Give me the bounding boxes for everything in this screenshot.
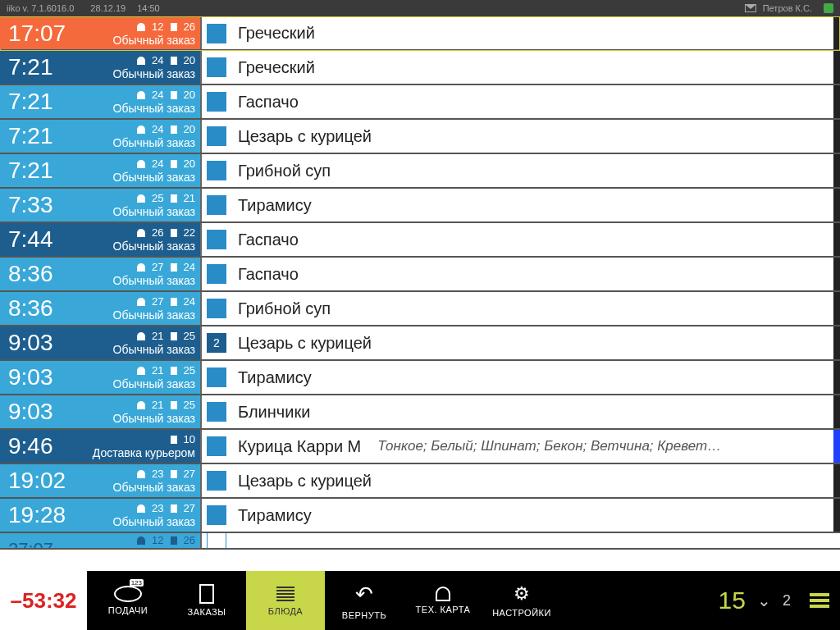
nav-dishes[interactable]: БЛЮДА bbox=[246, 571, 325, 630]
bell-icon bbox=[137, 298, 145, 306]
nav-techcard[interactable]: ТЕХ. КАРТА bbox=[404, 571, 482, 630]
order-row[interactable]: 7:21 24 20 Обычный заказ Грибной суп bbox=[0, 154, 840, 189]
order-row[interactable]: 9:03 21 25 Обычный заказ 2 Цезарь с кури… bbox=[0, 326, 840, 361]
end-bar bbox=[833, 189, 840, 221]
end-bar bbox=[833, 120, 840, 153]
flag-icon bbox=[171, 126, 177, 134]
time-cell: 7:33 25 21 Обычный заказ bbox=[0, 189, 202, 221]
end-bar bbox=[833, 395, 840, 428]
qty-box bbox=[207, 402, 226, 422]
time-cell: 7:21 24 20 Обычный заказ bbox=[0, 51, 202, 84]
order-row[interactable]: 7:21 24 20 Обычный заказ Греческий bbox=[0, 51, 840, 85]
bell-count: 27 bbox=[152, 261, 163, 274]
nav-label: БЛЮДА bbox=[268, 606, 303, 616]
order-icons: 27 24 bbox=[113, 295, 195, 308]
bell-count: 23 bbox=[152, 468, 163, 481]
order-list: 17:07 12 26 Обычный заказ Греческий 7:21… bbox=[0, 16, 840, 571]
bell-count: 24 bbox=[152, 158, 163, 171]
time-cell: 9:03 21 25 Обычный заказ bbox=[0, 361, 202, 394]
order-row[interactable]: 17:07 12 26 Обычный заказ Греческий bbox=[0, 16, 840, 51]
topbar-user[interactable]: Петров К.С. bbox=[763, 3, 812, 13]
order-icons: 24 20 bbox=[113, 123, 195, 136]
bell-count: 23 bbox=[152, 502, 163, 515]
dish-cell: Тирамису bbox=[202, 361, 840, 394]
order-row[interactable]: 7:21 24 20 Обычный заказ Гаспачо bbox=[0, 85, 840, 120]
order-row[interactable]: 8:36 27 24 Обычный заказ Грибной суп bbox=[0, 292, 840, 326]
order-time: 7:21 bbox=[8, 121, 53, 151]
dish-cell: Тирамису bbox=[202, 499, 840, 532]
order-row[interactable]: 7:33 25 21 Обычный заказ Тирамису bbox=[0, 189, 840, 223]
qty-box bbox=[207, 126, 226, 146]
flag-count: 25 bbox=[184, 399, 195, 412]
count-box: 15 ⌄ 2 bbox=[561, 571, 799, 630]
time-cell: 8:36 27 24 Обычный заказ bbox=[0, 292, 202, 325]
dish-name: Тирамису bbox=[238, 196, 312, 215]
dish-cell: Тирамису bbox=[202, 189, 840, 221]
end-bar bbox=[833, 464, 840, 497]
order-row[interactable]: 9:03 21 25 Обычный заказ Блинчики bbox=[0, 395, 840, 430]
flag-icon bbox=[171, 367, 177, 375]
bell-count: 21 bbox=[152, 399, 163, 412]
bell-icon bbox=[137, 126, 145, 134]
order-row[interactable]: 7:44 26 22 Обычный заказ Гаспачо bbox=[0, 223, 840, 258]
end-bar bbox=[833, 258, 840, 290]
order-time: 19:28 bbox=[8, 500, 66, 530]
bell-count: 21 bbox=[152, 330, 163, 343]
flag-icon bbox=[171, 194, 177, 203]
dish-cell: Грибной суп bbox=[202, 292, 840, 325]
order-row[interactable]: 8:36 27 24 Обычный заказ Гаспачо bbox=[0, 258, 840, 292]
flag-count: 24 bbox=[184, 261, 195, 274]
bell-icon bbox=[137, 401, 145, 409]
flag-icon bbox=[171, 401, 177, 409]
bell-icon bbox=[137, 367, 145, 375]
order-type: Обычный заказ bbox=[113, 102, 195, 115]
bell-icon bbox=[137, 229, 145, 237]
qty-box bbox=[207, 24, 226, 43]
app-version: iiko v. 7.1.6016.0 bbox=[7, 3, 74, 13]
order-time: 8:36 bbox=[8, 294, 53, 323]
order-time: 7:44 bbox=[8, 225, 53, 254]
order-type: Обычный заказ bbox=[113, 481, 195, 494]
qty-box bbox=[207, 264, 226, 284]
dish-name: Грибной суп bbox=[238, 299, 331, 318]
dish-modifiers: Тонкое; Белый; Шпинат; Бекон; Ветчина; К… bbox=[377, 438, 833, 454]
mail-icon[interactable] bbox=[745, 4, 756, 12]
order-row[interactable]: 9:03 21 25 Обычный заказ Тирамису bbox=[0, 361, 840, 395]
order-time: 7:21 bbox=[8, 87, 53, 116]
nav-return[interactable]: ↶ВЕРНУТЬ bbox=[325, 571, 404, 630]
dish-cell: Курица Карри М Тонкое; Белый; Шпинат; Бе… bbox=[202, 430, 840, 463]
qty-box bbox=[207, 299, 226, 318]
flag-count: 20 bbox=[184, 89, 195, 102]
bell-count: 26 bbox=[152, 226, 163, 240]
menu-button[interactable] bbox=[799, 571, 840, 630]
dish-cell: Греческий bbox=[202, 17, 840, 49]
flag-count: 21 bbox=[184, 192, 195, 205]
order-row[interactable]: 19:28 23 27 Обычный заказ Тирамису bbox=[0, 499, 840, 533]
nav-label: ЗАКАЗЫ bbox=[188, 607, 226, 617]
topbar: iiko v. 7.1.6016.0 28.12.19 14:50 Петров… bbox=[0, 0, 840, 16]
order-icons: 24 20 bbox=[113, 54, 195, 67]
chevron-down-icon[interactable]: ⌄ bbox=[757, 591, 771, 610]
dish-name: Цезарь с курицей bbox=[238, 334, 372, 353]
time-cell: 19:28 23 27 Обычный заказ bbox=[0, 499, 202, 532]
topbar-time: 14:50 bbox=[137, 3, 160, 13]
order-row[interactable]: 7:21 24 20 Обычный заказ Цезарь с курице… bbox=[0, 120, 840, 154]
order-type: Обычный заказ bbox=[113, 67, 195, 80]
bell-count: 12 bbox=[152, 21, 163, 34]
nav-serve[interactable]: ПОДАЧИ bbox=[89, 571, 167, 630]
dish-cell: 2 Цезарь с курицей bbox=[202, 326, 840, 359]
order-row[interactable]: 9:46 10 Доставка курьером Курица Карри М… bbox=[0, 430, 840, 464]
order-type: Обычный заказ bbox=[113, 171, 195, 184]
order-row-partial[interactable]: 27:07 12 26 bbox=[0, 533, 840, 550]
countdown-clock: –53:32 bbox=[0, 571, 89, 630]
order-row[interactable]: 19:02 23 27 Обычный заказ Цезарь с куриц… bbox=[0, 464, 840, 499]
order-type: Доставка курьером bbox=[93, 446, 195, 459]
bell-count: 24 bbox=[152, 123, 163, 136]
nav-orders[interactable]: ЗАКАЗЫ bbox=[167, 571, 246, 630]
flag-count: 10 bbox=[184, 433, 195, 446]
nav-settings[interactable]: ⚙НАСТРОЙКИ bbox=[482, 571, 561, 630]
count-small: 2 bbox=[783, 592, 791, 609]
dish-name: Греческий bbox=[238, 24, 315, 43]
plate-icon bbox=[114, 586, 142, 602]
bell-icon bbox=[137, 536, 145, 545]
